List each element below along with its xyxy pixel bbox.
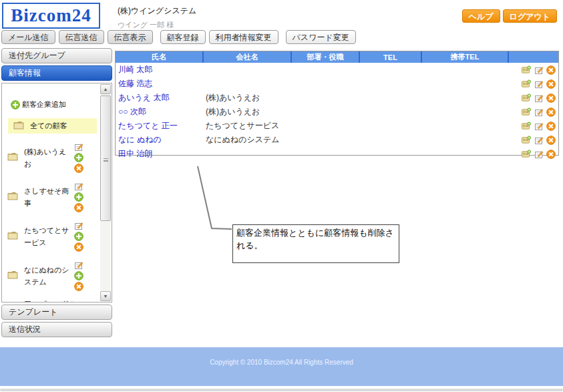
delete-company-icon[interactable] xyxy=(74,203,83,212)
customer-table-row: たちつてと 正一 たちつてとサービス xyxy=(116,119,558,133)
accordion-send-status[interactable]: 送信状況 xyxy=(1,322,112,337)
scrollbar-thumb[interactable] xyxy=(100,95,111,221)
accordion-customer-info[interactable]: 顧客情報 xyxy=(1,65,112,81)
customer-name-link[interactable]: ○○ 次郎 xyxy=(118,107,146,116)
edit-customer-icon[interactable] xyxy=(534,150,544,159)
contact-card-icon[interactable] xyxy=(522,122,531,131)
cell-dept xyxy=(291,147,359,161)
sidebar-scrollbar[interactable]: ▲ ▼ xyxy=(100,84,111,301)
contact-card-icon[interactable] xyxy=(522,108,531,117)
cell-actions xyxy=(508,63,558,77)
cell-dept xyxy=(291,119,359,133)
cell-mobile xyxy=(421,119,508,133)
cell-dept xyxy=(291,133,359,147)
customer-table-header: 氏名 会社名 部署・役職 TEL 携帯TEL xyxy=(116,51,558,63)
col-mobile: 携帯TEL xyxy=(421,51,508,63)
company-name-label[interactable]: アップロード test.csv( 04月16日 06:54:41 ) xyxy=(24,298,73,302)
sidebar-company-item[interactable]: アップロード test.csv( 04月16日 06:54:41 ) xyxy=(7,298,100,302)
customer-name-link[interactable]: 佐藤 浩志 xyxy=(118,79,152,88)
cell-name: 佐藤 浩志 xyxy=(116,77,203,91)
company-name-label[interactable]: さしすせそ商事 xyxy=(24,185,73,209)
cell-company xyxy=(203,147,291,161)
contact-card-icon[interactable] xyxy=(522,65,531,75)
edit-customer-icon[interactable] xyxy=(534,65,544,75)
customer-name-link[interactable]: なに ぬねの xyxy=(118,135,162,144)
all-customers-item[interactable]: 全ての顧客 xyxy=(8,118,97,134)
cell-actions xyxy=(508,147,558,161)
scroll-up-icon[interactable]: ▲ xyxy=(100,84,111,94)
delete-company-icon[interactable] xyxy=(74,164,83,173)
help-button[interactable]: ヘルプ xyxy=(462,9,500,23)
edit-company-icon[interactable] xyxy=(74,182,83,191)
tab-message-view[interactable]: 伝言表示 xyxy=(108,30,153,44)
delete-customer-icon[interactable] xyxy=(546,79,556,89)
tab-user-info-change[interactable]: 利用者情報変更 xyxy=(209,30,278,44)
sidebar-company-item[interactable]: なにぬねのシステム xyxy=(7,260,100,291)
company-name-label[interactable]: なにぬねのシステム xyxy=(24,264,73,288)
cell-name: あいうえ 太郎 xyxy=(116,91,203,105)
edit-customer-icon[interactable] xyxy=(534,122,544,131)
folder-icon xyxy=(7,270,18,282)
contact-card-icon[interactable] xyxy=(522,93,531,103)
edit-customer-icon[interactable] xyxy=(534,93,544,103)
add-company-label[interactable]: 顧客企業追加 xyxy=(22,100,66,110)
contact-card-icon[interactable] xyxy=(522,136,531,145)
edit-customer-icon[interactable] xyxy=(534,108,544,117)
accordion-send-groups[interactable]: 送付先グループ xyxy=(1,48,112,63)
folder-icon xyxy=(13,121,24,131)
cell-name: なに ぬねの xyxy=(116,133,203,147)
annotation-callout: 顧客企業情報とともに顧客情報も削除される。 xyxy=(232,224,399,263)
edit-company-icon[interactable] xyxy=(74,221,83,230)
copyright-text: Copyright © 2010 Bizcom24 All Rights Res… xyxy=(210,359,353,366)
logout-button[interactable]: ログアウト xyxy=(503,9,557,23)
customer-name-link[interactable]: あいうえ 太郎 xyxy=(118,93,169,102)
col-actions xyxy=(508,51,558,63)
tab-customer-register[interactable]: 顧客登録 xyxy=(160,30,206,44)
delete-company-icon[interactable] xyxy=(74,282,83,291)
main-tab-bar: メール送信 伝言送信 伝言表示 顧客登録 利用者情報変更 パスワード変更 xyxy=(1,30,356,44)
add-customer-icon[interactable] xyxy=(74,271,83,280)
contact-card-icon[interactable] xyxy=(522,150,531,159)
sidebar-accordion: 送付先グループ 顧客情報 顧客企業追加 全ての顧客 xyxy=(1,48,112,339)
cell-company: なにぬねのシステム xyxy=(203,133,291,147)
customer-table-row: なに ぬねの なにぬねのシステム xyxy=(116,133,558,147)
scroll-down-icon[interactable]: ▼ xyxy=(100,291,111,301)
edit-customer-icon[interactable] xyxy=(534,79,544,89)
tab-message-send[interactable]: 伝言送信 xyxy=(59,30,104,44)
col-company: 会社名 xyxy=(203,51,291,63)
customer-name-link[interactable]: 田中 治朗 xyxy=(118,149,152,158)
cell-tel xyxy=(359,63,421,77)
add-customer-icon[interactable] xyxy=(74,153,83,162)
sidebar-company-item[interactable]: さしすせそ商事 xyxy=(7,182,100,212)
customer-table: 氏名 会社名 部署・役職 TEL 携帯TEL 川崎 太郎 xyxy=(116,51,558,161)
customer-name-link[interactable]: 川崎 太郎 xyxy=(118,65,152,74)
delete-customer-icon[interactable] xyxy=(546,93,556,103)
delete-customer-icon[interactable] xyxy=(546,150,556,159)
company-name-label[interactable]: たちつてとサービス xyxy=(24,224,73,248)
delete-company-icon[interactable] xyxy=(74,242,83,252)
customer-name-link[interactable]: たちつてと 正一 xyxy=(118,121,178,130)
contact-card-icon[interactable] xyxy=(522,79,531,89)
cell-actions xyxy=(508,119,558,133)
tab-mail-send[interactable]: メール送信 xyxy=(1,30,55,44)
tab-password-change[interactable]: パスワード変更 xyxy=(286,30,356,44)
all-customers-label[interactable]: 全ての顧客 xyxy=(30,121,67,131)
cell-company: (株)あいうえお xyxy=(203,91,291,105)
company-name-label[interactable]: (株)あいうえお xyxy=(24,146,73,170)
delete-customer-icon[interactable] xyxy=(546,65,556,75)
delete-customer-icon[interactable] xyxy=(546,122,556,131)
sidebar-company-item[interactable]: (株)あいうえお xyxy=(7,142,100,173)
delete-customer-icon[interactable] xyxy=(546,108,556,117)
cell-mobile xyxy=(421,77,508,91)
edit-customer-icon[interactable] xyxy=(534,136,544,145)
sidebar-company-item[interactable]: たちつてとサービス xyxy=(7,221,100,252)
edit-company-icon[interactable] xyxy=(74,260,83,270)
delete-customer-icon[interactable] xyxy=(546,136,556,145)
edit-company-icon[interactable] xyxy=(74,142,83,152)
add-customer-icon[interactable] xyxy=(74,192,83,202)
customer-table-container: 氏名 会社名 部署・役職 TEL 携帯TEL 川崎 太郎 xyxy=(115,51,559,156)
add-customer-icon[interactable] xyxy=(74,232,83,241)
accordion-template[interactable]: テンプレート xyxy=(1,305,112,320)
add-company-link[interactable]: 顧客企業追加 xyxy=(11,100,100,110)
edit-company-icon[interactable] xyxy=(74,301,83,302)
